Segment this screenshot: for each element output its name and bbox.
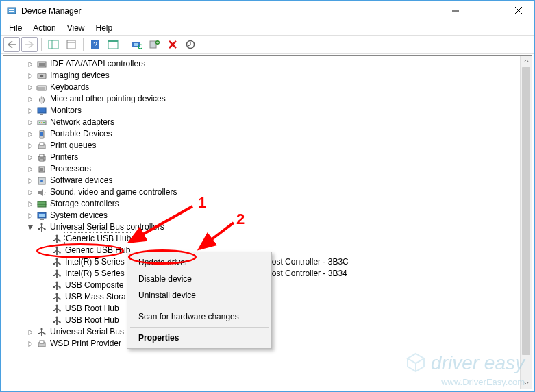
- tree-node-label: Printers: [50, 151, 78, 163]
- tree-node[interactable]: Network adapters: [5, 117, 532, 128]
- chevron-right-icon[interactable]: [27, 72, 35, 80]
- svg-point-27: [40, 74, 44, 77]
- uninstall-button[interactable]: [164, 37, 181, 52]
- tree-node[interactable]: Monitors: [5, 105, 532, 117]
- tree-spacer: [42, 282, 50, 290]
- chevron-right-icon[interactable]: [27, 154, 35, 162]
- vertical-scrollbar[interactable]: [520, 56, 532, 389]
- help-button[interactable]: ?: [87, 37, 103, 52]
- svg-point-36: [39, 122, 40, 123]
- scroll-up-button[interactable]: [521, 56, 532, 67]
- chevron-right-icon[interactable]: [27, 177, 35, 185]
- tree-node[interactable]: Sound, video and game controllers: [5, 186, 532, 198]
- svg-rect-0: [8, 8, 16, 14]
- tree-node-usb-child[interactable]: Generic USB Hub: [5, 233, 532, 245]
- svg-point-37: [41, 122, 42, 123]
- svg-rect-45: [40, 159, 44, 161]
- chevron-right-icon[interactable]: [27, 130, 35, 138]
- tree-node[interactable]: Storage controllers: [5, 198, 532, 210]
- svg-rect-44: [40, 154, 44, 157]
- usb-icon: [51, 234, 62, 245]
- svg-rect-83: [53, 275, 55, 276]
- menu-view[interactable]: View: [62, 22, 90, 34]
- tree-node[interactable]: IDE ATA/ATAPI controllers: [5, 58, 532, 70]
- printq-icon: [36, 339, 47, 350]
- tree-node[interactable]: Keyboards: [5, 82, 532, 93]
- svg-rect-89: [53, 286, 55, 288]
- tree-node[interactable]: Processors: [5, 163, 532, 175]
- add-legacy-button[interactable]: +: [147, 37, 163, 52]
- update-driver-button[interactable]: [182, 37, 199, 52]
- scroll-down-button[interactable]: [521, 377, 532, 389]
- menu-file[interactable]: File: [3, 22, 27, 34]
- tree-node[interactable]: Imaging devices: [5, 70, 532, 82]
- menu-help[interactable]: Help: [90, 22, 119, 34]
- tree-node-label: USB Composite: [65, 280, 123, 291]
- svg-point-96: [59, 298, 60, 299]
- svg-rect-47: [40, 168, 43, 171]
- show-hide-tree-button[interactable]: [45, 37, 62, 52]
- chevron-right-icon[interactable]: [27, 328, 35, 336]
- chevron-right-icon[interactable]: [27, 200, 35, 208]
- tree-spacer: [42, 305, 50, 313]
- app-icon: [6, 5, 17, 16]
- svg-point-84: [59, 275, 60, 276]
- context-update-driver[interactable]: Update driver: [129, 254, 270, 271]
- chevron-right-icon[interactable]: [27, 119, 35, 127]
- minimize-button[interactable]: [440, 1, 471, 21]
- tree-node-label: Print queues: [50, 140, 96, 151]
- tree-spacer: [42, 247, 50, 255]
- svg-rect-14: [108, 40, 118, 42]
- svg-rect-113: [38, 333, 40, 334]
- tree-node-label: System devices: [50, 210, 108, 221]
- usb-icon: [51, 292, 62, 303]
- chevron-right-icon[interactable]: [27, 107, 35, 115]
- tree-node-label: Generic USB Hub: [65, 233, 132, 245]
- chevron-right-icon[interactable]: [27, 95, 35, 103]
- tree-node[interactable]: Software devices: [5, 175, 532, 186]
- chevron-right-icon[interactable]: [27, 340, 35, 348]
- chevron-right-icon[interactable]: [27, 165, 35, 173]
- tree-node[interactable]: Portable Devices: [5, 128, 532, 140]
- svg-text:?: ?: [93, 41, 97, 49]
- tree-node[interactable]: System devices: [5, 210, 532, 221]
- menu-action[interactable]: Action: [27, 22, 61, 34]
- scroll-thumb[interactable]: [522, 67, 530, 355]
- back-button[interactable]: [3, 37, 20, 52]
- tree-node-usb-controllers[interactable]: Universal Serial Bus controllers: [5, 221, 532, 233]
- chevron-right-icon[interactable]: [27, 212, 35, 220]
- tree-node[interactable]: Mice and other pointing devices: [5, 93, 532, 105]
- action-button[interactable]: [105, 37, 121, 52]
- tree-node-label: Intel(R) 5 Series: [65, 256, 125, 268]
- chevron-down-icon[interactable]: [27, 223, 35, 232]
- chevron-right-icon[interactable]: [27, 84, 35, 92]
- maximize-button[interactable]: [471, 1, 503, 21]
- tree-node[interactable]: Print queues: [5, 140, 532, 151]
- properties-button[interactable]: [63, 37, 79, 52]
- scan-hardware-button[interactable]: [129, 37, 145, 52]
- tree-node-label-suffix: ost Controller - 3B3C: [272, 256, 349, 268]
- svg-rect-4: [484, 8, 490, 14]
- tree-spacer: [42, 258, 50, 267]
- context-scan-hardware[interactable]: Scan for hardware changes: [129, 308, 270, 325]
- tree-spacer: [42, 235, 50, 243]
- software-icon: [36, 175, 47, 186]
- scroll-track[interactable]: [521, 67, 532, 377]
- context-properties[interactable]: Properties: [129, 330, 270, 346]
- tree-node[interactable]: Printers: [5, 151, 532, 163]
- tree-node-label: Network adapters: [50, 117, 114, 128]
- chevron-right-icon[interactable]: [27, 188, 35, 197]
- context-uninstall-device[interactable]: Uninstall device: [129, 287, 270, 304]
- svg-point-72: [59, 252, 60, 253]
- chevron-right-icon[interactable]: [27, 60, 35, 69]
- storage-icon: [36, 199, 47, 210]
- close-button[interactable]: [503, 1, 534, 21]
- forward-button[interactable]: [21, 37, 38, 52]
- svg-point-66: [59, 240, 60, 241]
- context-disable-device[interactable]: Disable device: [129, 271, 270, 287]
- svg-rect-101: [53, 310, 55, 311]
- svg-point-78: [59, 263, 60, 265]
- chevron-right-icon[interactable]: [27, 142, 35, 150]
- portable-icon: [36, 129, 47, 140]
- tree-node-label-suffix: ost Controller - 3B34: [272, 268, 347, 280]
